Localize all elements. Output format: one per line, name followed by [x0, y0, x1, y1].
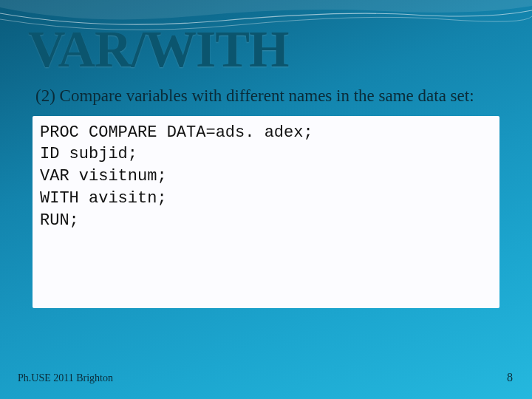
code-line: PROC COMPARE DATA=ads. adex; — [40, 122, 492, 144]
code-line: ID subjid; — [40, 143, 492, 166]
slide-content: VAR/WITH (2) Compare variables with diff… — [28, 24, 504, 308]
code-line: VAR visitnum; — [40, 166, 492, 188]
code-line: WITH avisitn; — [40, 188, 492, 210]
footer-left: Ph.USE 2011 Brighton — [18, 372, 113, 384]
slide-subtitle: (2) Compare variables with different nam… — [35, 86, 479, 107]
code-line: RUN; — [40, 210, 492, 232]
slide-title: VAR/WITH — [28, 24, 504, 75]
code-box: PROC COMPARE DATA=ads. adex; ID subjid; … — [33, 116, 499, 308]
slide-number: 8 — [507, 371, 513, 384]
